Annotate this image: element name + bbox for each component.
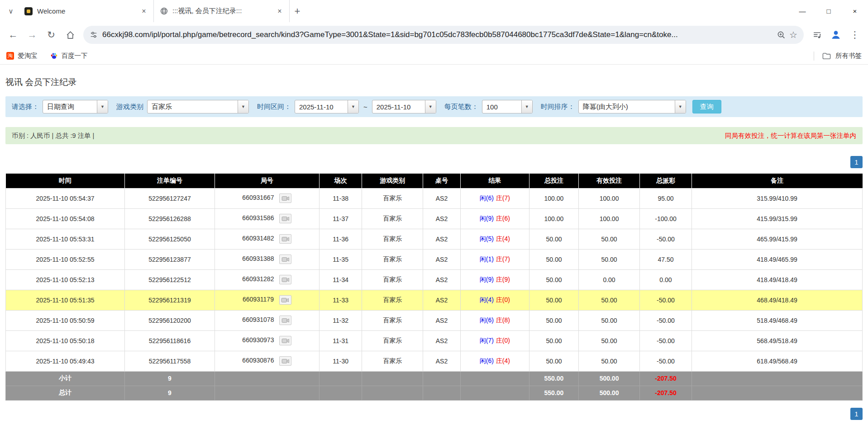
chevron-down-icon[interactable]: ▼ [425,100,436,113]
address-bar[interactable]: 66cxkj98.com/ipl/portal.php/game/betreco… [83,26,804,44]
round-video-button[interactable] [279,356,291,366]
date-from-value: 2025-11-10 [295,100,348,113]
tab-close-icon[interactable]: × [139,6,149,16]
table-row[interactable]: 2025-11-10 05:49:43 522956117558 6609308… [6,351,863,371]
cell-note: 568.49/518.49 [692,330,863,351]
cell-total-bet[interactable]: 50.00 [529,310,579,330]
subtotal-empty [692,371,863,386]
total-empty [692,386,863,400]
bookmark-taobao[interactable]: 淘 爱淘宝 [6,52,38,60]
round-video-button[interactable] [279,193,291,203]
summary-note: 同局有效投注，统一计算在该局第一张注单内 [725,132,856,140]
game-type-value: 百家乐 [148,100,238,113]
pagination-top: 1 [5,156,863,168]
table-row[interactable]: 2025-11-10 05:54:37 522956127247 6609316… [6,188,863,208]
round-video-button[interactable] [279,255,291,264]
cell-time: 2025-11-10 05:51:35 [6,290,125,310]
chevron-down-icon[interactable]: ▼ [97,100,108,113]
site-info-icon[interactable] [90,31,98,39]
new-tab-button[interactable]: + [290,4,305,19]
minimize-button[interactable]: — [789,0,816,22]
round-video-button[interactable] [279,234,291,244]
round-id: 660931667 [242,194,274,201]
tab-welcome[interactable]: Welcome × [18,0,154,22]
table-row[interactable]: 2025-11-10 05:50:18 522956118616 6609309… [6,330,863,351]
chevron-down-icon[interactable]: ▼ [348,100,358,113]
date-to-select[interactable]: 2025-11-10 ▼ [372,100,436,113]
total-payout: -207.50 [639,386,692,400]
zoom-icon[interactable] [777,30,786,39]
profile-avatar[interactable] [827,26,844,43]
home-button[interactable] [62,26,79,43]
date-from-select[interactable]: 2025-11-10 ▼ [295,100,359,113]
game-type-select[interactable]: 百家乐 ▼ [147,100,249,113]
back-button[interactable]: ← [5,26,22,43]
forward-button[interactable]: → [24,26,41,43]
chevron-down-icon[interactable]: ▼ [675,100,686,113]
query-type-select[interactable]: 日期查询 ▼ [43,100,108,113]
cell-total-bet[interactable]: 50.00 [529,249,579,269]
sort-label: 时间排序： [541,103,575,111]
table-row[interactable]: 2025-11-10 05:54:08 522956126288 6609315… [6,208,863,229]
url-text[interactable]: 66cxkj98.com/ipl/portal.php/game/betreco… [102,30,772,39]
cell-valid-bet: 50.00 [579,249,639,269]
cell-game: 百家乐 [362,188,423,208]
col-header-payout: 总派彩 [639,174,692,188]
bookmark-baidu[interactable]: 百度一下 [50,52,88,60]
close-window-button[interactable]: × [842,0,868,22]
reload-button[interactable]: ↻ [43,26,60,43]
page-number-button[interactable]: 1 [850,156,863,168]
table-row[interactable]: 2025-11-10 05:50:59 522956120200 6609310… [6,310,863,330]
sort-select[interactable]: 降冪(由大到小) ▼ [578,100,686,113]
search-button[interactable]: 查询 [692,100,721,113]
cell-total-bet[interactable]: 100.00 [529,188,579,208]
round-id: 660931179 [243,296,274,303]
per-page-select[interactable]: 100 ▼ [482,100,533,113]
cell-total-bet[interactable]: 50.00 [529,269,579,290]
chevron-down-icon[interactable]: ▼ [521,100,532,113]
round-video-button[interactable] [279,214,291,223]
camera-icon [281,277,290,283]
cell-total-bet[interactable]: 100.00 [529,208,579,229]
round-id: 660931586 [242,214,274,222]
all-bookmarks-button[interactable]: 所有书签 [835,52,862,60]
cell-round: 660931667 [215,188,319,208]
result-player: 闲(6) [480,194,494,202]
bookmark-star-icon[interactable]: ☆ [789,29,797,40]
media-controls-icon[interactable] [808,26,825,43]
table-row[interactable]: 2025-11-10 05:52:55 522956123877 6609313… [6,249,863,269]
cell-total-bet[interactable]: 50.00 [529,290,579,310]
total-empty [215,386,319,400]
round-video-button[interactable] [279,295,291,305]
tab-search-button[interactable]: ∨ [4,4,18,19]
tab-betrecord[interactable]: :::视讯, 会员下注纪录::: × [154,0,290,22]
chevron-down-icon[interactable]: ▼ [238,100,248,113]
cell-total-bet[interactable]: 50.00 [529,330,579,351]
table-row[interactable]: 2025-11-10 05:51:35 522956121319 6609311… [6,290,863,310]
col-header-total-bet: 总投注 [529,174,579,188]
cell-session: 11-34 [319,269,362,290]
subtotal-valid-bet: 500.00 [579,371,639,386]
table-row[interactable]: 2025-11-10 05:53:31 522956125050 6609314… [6,229,863,249]
tab-close-icon[interactable]: × [275,6,285,16]
cell-table: AS2 [423,290,460,310]
round-id: 660931078 [242,316,274,323]
cell-session: 11-38 [319,188,362,208]
round-video-button[interactable] [279,336,291,345]
select-label: 请选择： [12,103,39,111]
round-video-button[interactable] [279,275,291,284]
camera-icon [281,317,290,324]
browser-menu-icon[interactable]: ⋮ [846,26,863,43]
round-video-button[interactable] [279,316,291,325]
cell-game: 百家乐 [362,269,423,290]
cell-note: 418.49/465.99 [692,249,863,269]
table-row[interactable]: 2025-11-10 05:52:13 522956122512 6609312… [6,269,863,290]
cell-total-bet[interactable]: 50.00 [529,229,579,249]
maximize-button[interactable]: □ [816,0,842,22]
page-number-button[interactable]: 1 [850,408,863,420]
table-header-row: 时间 注单编号 局号 场次 游戏类别 桌号 结果 总投注 有效投注 总派彩 备注 [6,174,863,188]
cell-total-bet[interactable]: 50.00 [529,351,579,371]
cell-session: 11-32 [319,310,362,330]
cell-bet-id: 522956117558 [125,351,215,371]
page-title: 视讯 会员下注纪录 [5,65,863,96]
